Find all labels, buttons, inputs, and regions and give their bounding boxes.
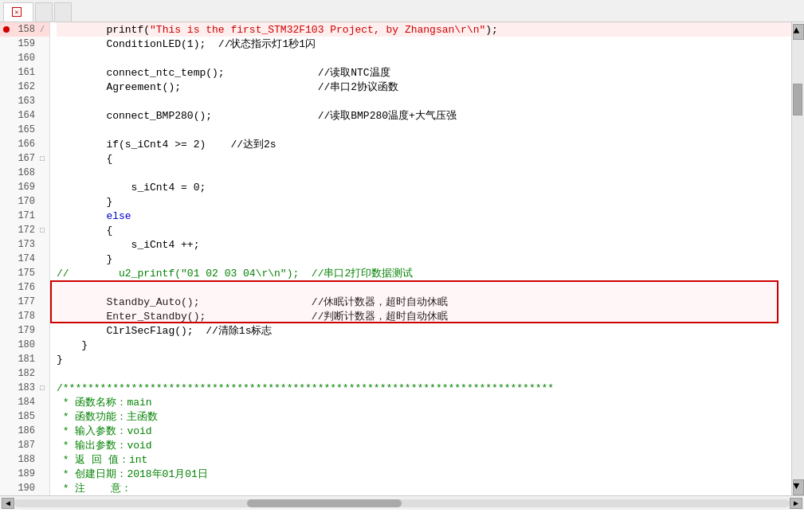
line-num-label: 184 [11, 397, 35, 408]
line-number-170: 170 [0, 194, 49, 209]
line-number-163: 163 [0, 94, 49, 108]
line-number-182: 182 [0, 366, 49, 381]
line-number-174: 174 [0, 252, 49, 266]
line-number-179: 179 [0, 323, 49, 338]
line-number-169: 169 [0, 180, 49, 194]
code-line-179: ClrlSecFlag(); //清除1s标志 [57, 323, 791, 338]
line-number-186: 186 [0, 424, 49, 438]
line-num-label: 177 [11, 296, 35, 307]
breakpoint-dot [3, 26, 10, 33]
code-token: s_iCnt4 ++; [57, 239, 199, 251]
code-token: Enter_Standby(); //判断计数器，超时自动休眠 [57, 309, 448, 323]
code-token: } [57, 339, 88, 351]
line-number-164: 164 [0, 108, 49, 123]
line-number-187: 187 [0, 438, 49, 452]
code-token: * 输入参数：void [57, 424, 152, 438]
code-line-160 [57, 51, 791, 65]
line-number-178: 178 [0, 309, 49, 323]
horizontal-scrollbar[interactable]: ◀ ▶ [0, 495, 804, 510]
fold-indicator[interactable]: □ [38, 226, 46, 235]
line-number-189: 189 [0, 467, 49, 481]
code-token: * 函数名称：main [57, 395, 152, 409]
line-num-label: 159 [11, 38, 35, 49]
line-number-190: 190 [0, 481, 49, 495]
line-num-label: 179 [11, 325, 35, 336]
code-token: } [57, 196, 112, 208]
line-number-184: 184 [0, 395, 49, 409]
line-num-label: 176 [11, 282, 35, 293]
line-num-label: 178 [11, 311, 35, 322]
code-token: printf( [57, 24, 150, 36]
fold-indicator[interactable]: □ [38, 384, 46, 393]
h-scrollbar-track[interactable] [14, 499, 790, 507]
scrollbar-up-btn[interactable]: ▲ [793, 24, 804, 40]
line-num-label: 183 [11, 382, 35, 393]
line-num-label: 173 [11, 239, 35, 250]
tab-main-c[interactable]: ✕ [3, 2, 33, 22]
code-token: * 创建日期：2018年01月01日 [57, 467, 208, 481]
line-number-166: 166 [0, 137, 49, 151]
line-num-label: 170 [11, 196, 35, 207]
scrollbar-down-btn[interactable]: ▼ [793, 479, 804, 495]
line-num-label: 185 [11, 411, 35, 422]
tab-prockeyonce-c[interactable] [54, 2, 72, 22]
line-num-label: 182 [11, 368, 35, 379]
line-num-label: 165 [11, 124, 35, 135]
code-line-172: { [57, 223, 791, 237]
line-num-label: 166 [11, 139, 35, 150]
code-line-189: * 创建日期：2018年01月01日 [57, 467, 791, 481]
line-num-label: 172 [11, 225, 35, 236]
scroll-right-btn[interactable]: ▶ [790, 498, 802, 509]
code-line-183: /***************************************… [57, 381, 791, 395]
line-num-label: 187 [11, 440, 35, 451]
code-token: connect_ntc_temp(); //读取NTC温度 [57, 65, 390, 80]
line-num-label: 163 [11, 96, 35, 107]
code-line-168 [57, 166, 791, 180]
tab-icon-main: ✕ [12, 7, 22, 17]
tab-wakeup-c[interactable] [35, 2, 53, 22]
code-line-181: } [57, 352, 791, 366]
line-num-label: 171 [11, 210, 35, 221]
line-number-185: 185 [0, 409, 49, 424]
code-line-174: } [57, 252, 791, 266]
line-number-177: 177 [0, 295, 49, 309]
code-line-186: * 输入参数：void [57, 424, 791, 438]
fold-indicator[interactable]: □ [38, 155, 46, 163]
code-line-166: if(s_iCnt4 >= 2) //达到2s [57, 137, 791, 151]
code-token: s_iCnt4 = 0; [57, 182, 206, 194]
code-token: } [57, 253, 112, 265]
h-scrollbar-thumb[interactable] [247, 499, 402, 507]
code-token: { [57, 153, 112, 165]
code-token: ConditionLED(1); //状态指示灯1秒1闪 [57, 37, 316, 51]
code-token: * 输出参数：void [57, 438, 152, 452]
editor-inner: 158/159160161162163164165166167□16816917… [0, 22, 804, 495]
code-line-182 [57, 366, 791, 381]
line-number-183: 183□ [0, 381, 49, 395]
code-line-158: printf("This is the first_STM32F103 Proj… [57, 22, 791, 37]
line-number-172: 172□ [0, 223, 49, 237]
tab-bar: ✕ [0, 0, 804, 22]
line-number-176: 176 [0, 280, 49, 295]
line-num-label: 175 [11, 268, 35, 279]
editor-window: ✕ 158/159160161162163164165166167□168169… [0, 0, 804, 510]
code-line-170: } [57, 194, 791, 209]
code-line-162: Agreement(); //串口2协议函数 [57, 80, 791, 94]
code-content[interactable]: printf("This is the first_STM32F103 Proj… [50, 22, 791, 495]
scrollbar-track[interactable] [792, 40, 804, 479]
fold-indicator[interactable]: / [38, 25, 46, 34]
scrollbar-thumb[interactable] [793, 84, 802, 115]
code-line-190: * 注 意： [57, 481, 791, 495]
line-number-173: 173 [0, 237, 49, 252]
line-number-165: 165 [0, 123, 49, 137]
scroll-left-btn[interactable]: ◀ [2, 498, 14, 509]
line-numbers: 158/159160161162163164165166167□16816917… [0, 22, 50, 495]
line-num-label: 174 [11, 253, 35, 264]
line-num-label: 186 [11, 425, 35, 436]
code-token: } [57, 354, 63, 366]
code-token: /***************************************… [57, 382, 554, 394]
code-line-171: else [57, 209, 791, 223]
code-line-176 [57, 280, 791, 295]
vertical-scrollbar[interactable]: ▲ ▼ [791, 22, 804, 495]
code-token: { [57, 225, 112, 237]
code-line-184: * 函数名称：main [57, 395, 791, 409]
